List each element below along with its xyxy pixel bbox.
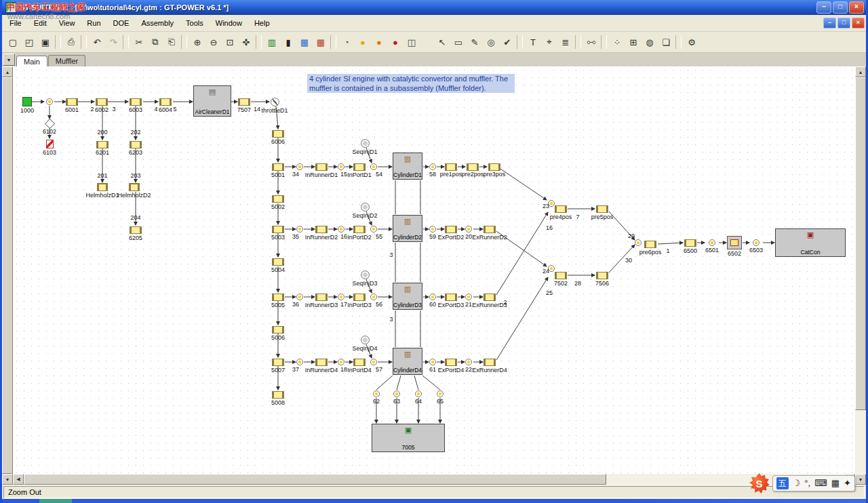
toolbar-redo-button[interactable]: ↷ — [105, 34, 121, 50]
tab-muffler[interactable]: Muffler — [48, 55, 85, 66]
part-ExRunnerD4[interactable] — [484, 359, 496, 366]
part-7502[interactable] — [555, 272, 567, 279]
part-5004[interactable] — [272, 258, 284, 266]
part-ExPortD2[interactable] — [445, 226, 457, 233]
part-CatCon[interactable]: ▣CatCon — [775, 228, 846, 257]
scroll-left-icon[interactable]: ◀ — [13, 474, 24, 485]
toolbar-record-button[interactable]: ● — [387, 34, 403, 50]
part-6501[interactable] — [709, 239, 715, 246]
sogou-logo-icon[interactable]: S — [749, 473, 770, 494]
part-orifice[interactable] — [296, 226, 303, 233]
part-6503[interactable] — [753, 239, 760, 246]
toolbar-save-button[interactable]: ▣ — [37, 34, 54, 50]
part-orifice[interactable] — [338, 359, 344, 365]
part-6002[interactable] — [96, 98, 108, 106]
part-orifice[interactable] — [429, 294, 436, 300]
part-6205[interactable] — [130, 226, 142, 234]
part-ExRunnerD3[interactable] — [484, 294, 496, 301]
hscroll-thumb[interactable] — [24, 474, 606, 485]
part-5003[interactable] — [272, 226, 284, 233]
part-ExRunnerD2[interactable] — [484, 226, 496, 233]
toolbar-ball-yellow-button[interactable]: ● — [355, 34, 371, 50]
minimize-button[interactable]: – — [816, 1, 831, 14]
toolbar-spell-check-button[interactable]: ✔ — [499, 34, 515, 50]
part-pre5pos[interactable] — [596, 205, 608, 213]
part-orifice[interactable] — [635, 239, 642, 246]
tab-list-dropdown[interactable]: ▼ — [3, 54, 15, 66]
toolbar-link-tool-button[interactable]: ⧟ — [583, 34, 599, 50]
part-orifice[interactable] — [338, 163, 344, 170]
part-CylinderD4[interactable]: ▥CylinderD4 — [393, 348, 422, 375]
toolbar-zoom-page-button[interactable]: ◍ — [642, 34, 658, 50]
toolbar-run-setup-button[interactable]: ▮ — [280, 34, 296, 50]
maximize-button[interactable]: □ — [833, 1, 848, 14]
toolbar-zoom-box-button[interactable]: ⊡ — [222, 34, 238, 50]
toolbar-pan-button[interactable]: ✜ — [238, 34, 254, 50]
part-orifice[interactable] — [393, 390, 400, 397]
part-orifice[interactable] — [429, 163, 436, 170]
toolbar-edit-part-button[interactable]: ✎ — [467, 34, 483, 50]
part-InPortD2[interactable] — [353, 226, 366, 233]
toolbar-select-button[interactable]: ↖ — [434, 34, 450, 50]
part-orifice[interactable] — [437, 390, 443, 397]
part-SeqInjD1[interactable] — [361, 139, 370, 148]
toolbar-window-tool-button[interactable]: ❏ — [658, 34, 674, 50]
toolbar-options-button[interactable]: ⚙ — [684, 34, 700, 50]
vscroll-thumb[interactable] — [855, 77, 866, 410]
part-6502[interactable] — [727, 236, 742, 249]
part-SeqInjD3[interactable] — [361, 270, 370, 279]
ime-grid-icon[interactable]: ▦ — [831, 477, 840, 489]
toolbar-zoom-in-button[interactable]: ⊕ — [189, 34, 205, 50]
part-orifice[interactable] — [370, 163, 377, 170]
toolbar-monitor-plot-button[interactable]: ◫ — [403, 34, 420, 50]
part-orifice[interactable] — [465, 294, 472, 300]
part-orifice[interactable] — [296, 163, 303, 170]
part-6201[interactable] — [96, 141, 108, 148]
part-InRunnerD4[interactable] — [315, 359, 328, 366]
part-CylinderD1[interactable]: ▥CylinderD1 — [393, 153, 422, 180]
menu-doe[interactable]: DOE — [107, 17, 136, 29]
toolbar-zoom-out-button[interactable]: ⊖ — [205, 34, 222, 50]
toolbar-plot-results-button[interactable]: ▦ — [296, 34, 313, 50]
part-HelmholzD1[interactable] — [97, 183, 108, 191]
toolbar-case-setup-button[interactable]: ▥ — [264, 34, 280, 50]
menu-run[interactable]: Run — [81, 17, 106, 29]
toolbar-print-button[interactable]: ⎙ — [63, 34, 79, 50]
part-orifice[interactable] — [370, 226, 377, 233]
part-CylinderD3[interactable]: ▥CylinderD3 — [393, 283, 422, 310]
toolbar-ball-orange-button[interactable]: ● — [371, 34, 387, 50]
part-orifice[interactable] — [415, 390, 422, 397]
part-orifice[interactable] — [373, 390, 380, 397]
close-button[interactable]: × — [849, 1, 864, 14]
toolbar-new-part-button[interactable]: ▭ — [450, 34, 467, 50]
toolbar-monitor-window-button[interactable]: ⊞ — [625, 34, 642, 50]
toolbar-grid-red-button[interactable]: ▦ — [313, 34, 329, 50]
menu-tools[interactable]: Tools — [180, 17, 210, 29]
part-SeqInjD2[interactable] — [361, 203, 370, 212]
toolbar-list-tool-button[interactable]: ≣ — [557, 34, 574, 50]
part-orifice[interactable] — [465, 226, 472, 233]
part-ExPortD3[interactable] — [445, 294, 457, 301]
vscroll-up-icon[interactable]: ▲ — [855, 66, 866, 77]
hscroll-track[interactable] — [24, 474, 844, 485]
part-6203[interactable] — [130, 141, 142, 148]
ime-keyboard-icon[interactable]: ⌨ — [814, 477, 827, 489]
part-1000[interactable] — [22, 97, 32, 106]
part-orifice[interactable] — [465, 359, 472, 365]
part-6001[interactable] — [66, 98, 78, 106]
part-orifice[interactable] — [46, 98, 53, 105]
mdi-close-button[interactable]: × — [852, 18, 865, 28]
part-7507[interactable] — [238, 98, 250, 106]
part-6004[interactable] — [159, 98, 172, 106]
part-7506[interactable] — [596, 272, 608, 279]
toolbar-timer-button[interactable]: ◔ — [338, 34, 355, 50]
part-HelmholzD2[interactable] — [129, 183, 140, 191]
part-pre6pos[interactable] — [644, 241, 656, 248]
toolbar-undo-button[interactable]: ↶ — [89, 34, 105, 50]
scroll-down-icon[interactable]: ▼ — [2, 474, 13, 485]
toolbar-text-tool-button[interactable]: T — [525, 34, 541, 50]
ime-moon-icon[interactable]: ☽ — [793, 477, 801, 489]
toolbar-cut-button[interactable]: ✂ — [131, 34, 147, 50]
part-pipe[interactable] — [467, 163, 479, 171]
part-orifice[interactable] — [296, 294, 303, 300]
